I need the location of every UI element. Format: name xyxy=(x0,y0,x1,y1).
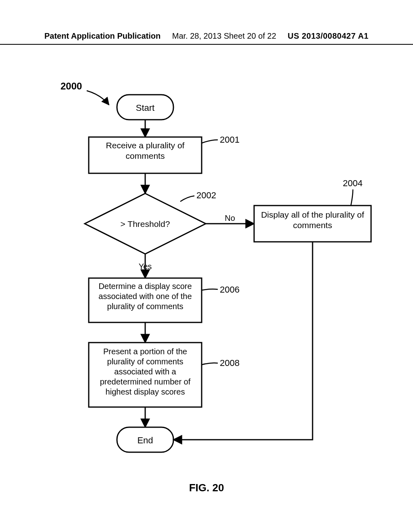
node-2002: > Threshold? xyxy=(85,193,206,254)
ref-2000-pointer xyxy=(87,91,109,105)
node-2004: Display all of the plurality of comments xyxy=(254,206,371,242)
ref-2008: 2008 xyxy=(220,358,240,368)
leader-2008-line xyxy=(202,363,218,365)
leader-2001-line xyxy=(202,140,218,143)
node-2001: Receive a plurality of comments xyxy=(89,137,202,173)
flowchart-canvas: Start Receive a plurality of comments > … xyxy=(0,0,413,532)
ref-2002: 2002 xyxy=(196,190,216,201)
node-2002-label: > Threshold? xyxy=(121,219,170,229)
node-start: Start xyxy=(117,95,173,120)
edge-yes-label: Yes xyxy=(139,262,152,271)
leader-2002-line xyxy=(180,196,194,202)
ref-2001: 2001 xyxy=(220,135,240,145)
node-2001-label: Receive a plurality of comments xyxy=(93,140,198,162)
edge-no-label: No xyxy=(225,214,235,222)
node-2008-label: Present a portion of the plurality of co… xyxy=(93,347,198,397)
ref-2004: 2004 xyxy=(343,178,363,189)
leader-2006-line xyxy=(202,289,218,290)
node-2008: Present a portion of the plurality of co… xyxy=(89,343,202,407)
node-2006: Determine a display score associated wit… xyxy=(89,278,202,322)
leader-2004-line xyxy=(351,189,353,206)
node-end: End xyxy=(117,427,173,452)
node-2004-label: Display all of the plurality of comments xyxy=(258,210,367,231)
node-start-label: Start xyxy=(136,103,154,113)
edge-2004-end xyxy=(173,242,313,440)
ref-2006: 2006 xyxy=(220,285,240,295)
node-2006-label: Determine a display score associated wit… xyxy=(93,281,198,312)
page: Patent Application Publication Mar. 28, … xyxy=(0,0,413,532)
node-end-label: End xyxy=(137,435,153,445)
figure-caption: FIG. 20 xyxy=(0,482,413,494)
